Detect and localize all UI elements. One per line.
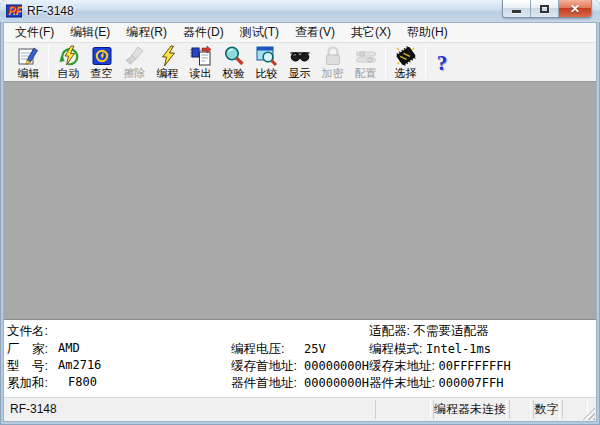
device-start-value: 00000000H — [304, 376, 369, 390]
status-message: RF-3148 — [10, 402, 57, 416]
app-window: RF RF RF-3148 ✕ 文件(F) 编辑(E) 编程(R) 器件(D) … — [0, 0, 600, 425]
status-panel-empty-2 — [509, 400, 531, 419]
menu-device[interactable]: 器件(D) — [175, 22, 232, 43]
erase-icon — [124, 45, 146, 67]
window-body: 文件(F) 编辑(E) 编程(R) 器件(D) 测试(T) 查看(V) 其它(X… — [3, 22, 597, 422]
menu-bar: 文件(F) 编辑(E) 编程(R) 器件(D) 测试(T) 查看(V) 其它(X… — [4, 23, 596, 43]
status-numlock: 数字 — [533, 400, 560, 419]
voltage-value: 25V — [304, 342, 326, 356]
window-controls: ✕ — [502, 0, 592, 18]
buffer-end-value: 00FFFFFFFH — [438, 359, 510, 373]
checksum-label: 累加和: — [7, 375, 48, 392]
file-name-label: 文件名: — [7, 323, 48, 340]
buffer-end-field: 缓存末地址: 00FFFFFFFH — [369, 358, 511, 375]
buffer-start-value: 00000000H — [304, 359, 369, 373]
menu-test[interactable]: 测试(T) — [232, 22, 287, 43]
menu-view[interactable]: 查看(V) — [287, 22, 343, 43]
buffer-end-label: 缓存末地址: — [369, 359, 435, 373]
model-value: Am2716 — [58, 358, 101, 372]
status-panel-empty-1 — [375, 400, 431, 419]
toolbar-separator — [385, 46, 386, 78]
device-start-label: 器件首地址: — [231, 375, 304, 392]
blank-check-icon — [91, 45, 113, 67]
display-icon — [289, 45, 311, 67]
mode-label: 编程模式: — [369, 342, 422, 356]
menu-edit[interactable]: 编辑(E) — [62, 22, 118, 43]
maximize-button[interactable] — [531, 0, 559, 17]
voltage-field: 编程电压:25V — [231, 341, 326, 358]
maximize-icon — [540, 5, 549, 13]
client-area — [4, 82, 596, 320]
close-button[interactable]: ✕ — [559, 0, 591, 17]
app-logo-icon: RF RF — [6, 3, 22, 19]
status-bar: RF-3148 编程器未连接 数字 — [4, 397, 596, 421]
device-info-panel: 文件名: 适配器: 不需要适配器 厂 家: AMD 编程电压:25V 编程模式:… — [4, 320, 596, 397]
buffer-start-field: 缓存首地址:00000000H — [231, 358, 369, 375]
title-bar[interactable]: RF RF RF-3148 ✕ — [0, 0, 600, 22]
buffer-start-label: 缓存首地址: — [231, 358, 304, 375]
erase-button: 擦除 — [118, 44, 151, 80]
menu-other[interactable]: 其它(X) — [343, 22, 399, 43]
help-icon: ? — [437, 52, 448, 74]
minimize-icon — [512, 10, 521, 13]
display-button[interactable]: 显示 — [283, 44, 316, 80]
toolbar: 编辑 自动 — [4, 43, 596, 82]
window-title: RF-3148 — [27, 4, 74, 18]
verify-button[interactable]: 校验 — [217, 44, 250, 80]
config-button: 配置 — [349, 44, 382, 80]
toolbar-separator — [48, 46, 49, 78]
blank-check-button[interactable]: 查空 — [85, 44, 118, 80]
device-end-field: 器件末地址: 000007FFH — [369, 375, 504, 392]
edit-button[interactable]: 编辑 — [12, 44, 45, 80]
compare-icon — [256, 45, 278, 67]
select-device-button[interactable]: 选择 — [389, 44, 422, 80]
menu-file[interactable]: 文件(F) — [7, 22, 62, 43]
select-chip-icon — [395, 45, 417, 67]
adapter-field: 适配器: 不需要适配器 — [369, 323, 488, 340]
resize-grip-icon[interactable] — [582, 407, 595, 420]
read-icon — [190, 45, 212, 67]
program-button[interactable]: 编程 — [151, 44, 184, 80]
verify-icon — [223, 45, 245, 67]
close-icon: ✕ — [570, 3, 580, 15]
device-end-value: 000007FFH — [438, 376, 503, 390]
edit-icon — [18, 45, 40, 67]
device-start-field: 器件首地址:00000000H — [231, 375, 369, 392]
menu-program[interactable]: 编程(R) — [118, 22, 175, 43]
status-connection: 编程器未连接 — [433, 400, 507, 419]
checksum-value: F800 — [68, 375, 97, 389]
encrypt-icon — [322, 45, 344, 67]
encrypt-button: 加密 — [316, 44, 349, 80]
adapter-value: 不需要适配器 — [413, 324, 488, 338]
mode-value: Intel-1ms — [426, 342, 491, 356]
device-end-label: 器件末地址: — [369, 376, 435, 390]
compare-button[interactable]: 比较 — [250, 44, 283, 80]
auto-button[interactable]: 自动 — [52, 44, 85, 80]
read-button[interactable]: 读出 — [184, 44, 217, 80]
svg-text:RF: RF — [8, 5, 22, 16]
voltage-label: 编程电压: — [231, 341, 304, 358]
adapter-label: 适配器: — [369, 324, 410, 338]
manufacturer-value: AMD — [58, 341, 80, 355]
auto-icon — [58, 45, 80, 67]
minimize-button[interactable] — [503, 0, 531, 17]
model-label: 型 号: — [7, 358, 48, 375]
mode-field: 编程模式: Intel-1ms — [369, 341, 491, 358]
help-button[interactable]: ? — [429, 44, 455, 80]
toolbar-separator — [425, 46, 426, 78]
config-icon — [355, 45, 377, 67]
menu-help[interactable]: 帮助(H) — [399, 22, 456, 43]
program-icon — [157, 45, 179, 67]
manufacturer-label: 厂 家: — [7, 341, 48, 358]
